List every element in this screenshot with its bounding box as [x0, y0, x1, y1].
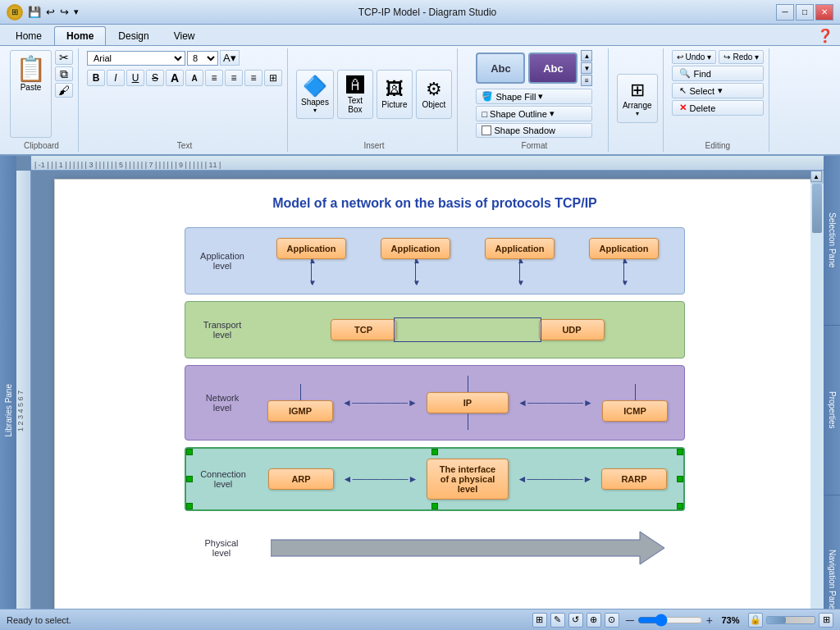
- style-more[interactable]: ≡: [581, 75, 592, 86]
- arrow-down-1: ▼: [308, 278, 317, 287]
- scroll-v-thumb[interactable]: [812, 184, 822, 233]
- application-boxes: Application ▲ ▼ Application ▲: [259, 238, 676, 284]
- tab-view[interactable]: View: [162, 26, 208, 45]
- style-preset-1[interactable]: Abc: [476, 52, 525, 84]
- text-group: Arial 8 A▾ B I U S A A ≡ ≡ ≡: [82, 48, 288, 152]
- format-style-content: Abc Abc ▲ ▼ ≡ 🪣 Shape Fill ▾: [476, 50, 592, 138]
- edit-action-btns: 🔍 Find ↖ Select ▾ ✕ Delete: [672, 66, 765, 116]
- application-level-label: Application level: [194, 251, 251, 271]
- ribbon-tabs: Home Home Design View ❓: [0, 25, 840, 45]
- style-buttons-row: Abc Abc ▲ ▼ ≡: [476, 50, 592, 86]
- layer-connection[interactable]: Connection level ARP ◄────────► The inte…: [185, 447, 685, 511]
- ribbon: Home Home Design View ❓ 📋 Paste ✂ ⧉ 🖌 Cl…: [0, 25, 840, 156]
- shape-shadow-button[interactable]: Shape Shadow: [476, 123, 592, 138]
- status-icon-5[interactable]: ⊙: [605, 613, 619, 628]
- app-box-1-container: Application ▲ ▼: [276, 238, 347, 284]
- scroll-vertical[interactable]: ▲ ▼: [810, 171, 824, 630]
- arrow-3: ▲ ▼: [519, 259, 520, 284]
- physical-arrow-svg: [271, 527, 664, 568]
- arrange-button[interactable]: ⊞ Arrange ▾: [617, 74, 658, 123]
- rarp-box[interactable]: RARP: [601, 468, 667, 490]
- format-painter-button[interactable]: 🖌: [55, 83, 73, 98]
- igmp-box[interactable]: IGMP: [267, 400, 333, 422]
- properties-pane[interactable]: Properties: [824, 326, 840, 495]
- grow-text-button[interactable]: A: [166, 70, 184, 86]
- physical-interface-box[interactable]: The interfaceof a physicallevel: [427, 459, 509, 500]
- libraries-pane[interactable]: Libraries Pane: [0, 156, 16, 630]
- main-area: Libraries Pane | -1 | | | 1 | | | | | | …: [0, 156, 840, 630]
- more-text-button[interactable]: ⊞: [264, 70, 282, 86]
- italic-button[interactable]: I: [107, 70, 125, 86]
- style-preset-2[interactable]: Abc: [528, 52, 578, 84]
- undo-label: Undo: [686, 52, 705, 62]
- underline-button[interactable]: U: [126, 70, 144, 86]
- app-icon: ⊞: [7, 4, 23, 21]
- select-button[interactable]: ↖ Select ▾: [672, 83, 765, 98]
- udp-box[interactable]: UDP: [539, 319, 605, 340]
- minimize-button[interactable]: ─: [776, 4, 794, 21]
- zoom-icon[interactable]: 🔒: [748, 613, 763, 628]
- find-button[interactable]: 🔍 Find: [672, 66, 765, 81]
- style-up[interactable]: ▲: [581, 50, 592, 62]
- align-center-button[interactable]: ≡: [225, 70, 243, 86]
- physical-arrow-container: [258, 527, 677, 568]
- tcp-box[interactable]: TCP: [331, 319, 396, 340]
- ip-down-conn: [468, 413, 468, 430]
- maximize-button[interactable]: □: [796, 4, 814, 21]
- object-button[interactable]: ⚙ Object: [416, 70, 452, 119]
- align-left-button[interactable]: ≡: [205, 70, 223, 86]
- diagram-canvas[interactable]: Model of a network on the basis of proto…: [54, 179, 815, 630]
- delete-icon: ✕: [679, 103, 687, 113]
- undo-button[interactable]: ↩ Undo ▾: [672, 50, 717, 64]
- quick-access-save[interactable]: 💾: [28, 6, 41, 18]
- font-selector[interactable]: Arial: [87, 51, 185, 66]
- shape-fill-button[interactable]: 🪣 Shape Fill ▾: [476, 89, 592, 104]
- scroll-v-up[interactable]: ▲: [810, 171, 822, 182]
- icmp-up-arrow: [635, 384, 636, 400]
- properties-pane-label: Properties: [828, 391, 837, 429]
- status-icon-3[interactable]: ↺: [568, 613, 583, 628]
- ribbon-help[interactable]: ❓: [817, 28, 833, 43]
- canvas-scroll: Model of a network on the basis of proto…: [31, 171, 824, 630]
- paste-button[interactable]: 📋 Paste: [10, 50, 52, 138]
- close-button[interactable]: ✕: [815, 4, 833, 21]
- layer-physical: Physical level: [185, 518, 685, 578]
- tab-home[interactable]: Home: [3, 26, 54, 45]
- arp-box[interactable]: ARP: [268, 468, 334, 490]
- font-color-button[interactable]: A▾: [220, 50, 240, 66]
- picture-button[interactable]: 🖼 Picture: [377, 70, 413, 119]
- ribbon-content: 📋 Paste ✂ ⧉ 🖌 Clipboard Arial: [0, 45, 840, 154]
- zoom-in-button[interactable]: +: [706, 614, 713, 627]
- transport-level-label: Transport level: [194, 320, 251, 340]
- zoom-out-button[interactable]: ─: [626, 614, 634, 627]
- cut-button[interactable]: ✂: [55, 50, 73, 65]
- shrink-text-button[interactable]: A: [185, 70, 203, 86]
- shapes-button[interactable]: 🔷 Shapes ▾: [296, 70, 334, 119]
- status-icons: ⊞ ✎ ↺ ⊕ ⊙: [532, 613, 619, 628]
- redo-button[interactable]: ↪ Redo ▾: [719, 50, 764, 64]
- tab-design[interactable]: Design: [106, 26, 161, 45]
- delete-button[interactable]: ✕ Delete: [672, 100, 765, 116]
- strikethrough-button[interactable]: S: [146, 70, 164, 86]
- textbox-button[interactable]: 🅰 TextBox: [337, 70, 373, 119]
- selection-handle-tm: [431, 449, 438, 455]
- zoom-fit-button[interactable]: ⊞: [819, 613, 833, 628]
- style-down[interactable]: ▼: [581, 62, 592, 74]
- zoom-slider[interactable]: [637, 614, 703, 626]
- tab-home-active[interactable]: Home: [54, 26, 106, 45]
- quick-access-undo[interactable]: ↩: [46, 6, 55, 18]
- icmp-box[interactable]: ICMP: [602, 400, 668, 422]
- connection-boxes: ARP ◄────────► The interfaceof a physica…: [260, 459, 675, 500]
- shape-outline-button[interactable]: □ Shape Outline ▾: [476, 106, 592, 121]
- arrow-down-4: ▼: [621, 278, 629, 287]
- quick-access-redo[interactable]: ↪: [60, 6, 69, 18]
- copy-button[interactable]: ⧉: [55, 66, 73, 81]
- selection-pane[interactable]: Selection Pane: [824, 156, 840, 326]
- status-icon-4[interactable]: ⊕: [587, 613, 601, 628]
- bold-button[interactable]: B: [87, 70, 105, 86]
- ip-box[interactable]: IP: [427, 392, 509, 413]
- status-icon-2[interactable]: ✎: [550, 613, 565, 628]
- align-right-button[interactable]: ≡: [244, 70, 262, 86]
- status-icon-1[interactable]: ⊞: [532, 613, 547, 628]
- size-selector[interactable]: 8: [187, 51, 218, 66]
